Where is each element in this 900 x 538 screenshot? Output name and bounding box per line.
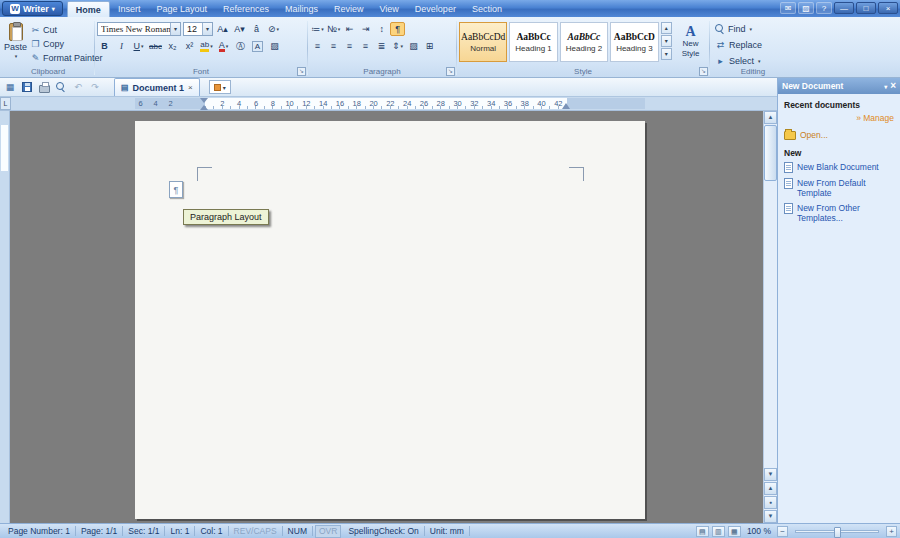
- justify-button[interactable]: ≡: [358, 39, 373, 53]
- new-from-other-templates-link[interactable]: New From Other Templates...: [784, 203, 894, 223]
- overtype-toggle[interactable]: OVR: [315, 525, 341, 538]
- print-button[interactable]: [36, 79, 52, 95]
- tab-home[interactable]: Home: [67, 1, 110, 17]
- style-heading-3[interactable]: AaBbCcD Heading 3: [610, 22, 658, 62]
- document-tab-close-icon[interactable]: ×: [188, 83, 193, 92]
- task-pane-dropdown-icon[interactable]: ▾: [884, 83, 887, 90]
- select-browse-object-button[interactable]: ●: [764, 496, 777, 509]
- tab-mailings[interactable]: Mailings: [277, 1, 326, 17]
- tab-developer[interactable]: Developer: [407, 1, 464, 17]
- font-size-combo[interactable]: 12 ▾: [183, 22, 213, 36]
- align-right-button[interactable]: ≡: [342, 39, 357, 53]
- scrollbar-thumb[interactable]: [764, 125, 777, 181]
- spelling-check-toggle[interactable]: SpellingCheck: On: [343, 526, 424, 536]
- style-normal[interactable]: AaBbCcDd Normal: [459, 22, 507, 62]
- num-lock-toggle[interactable]: NUM: [283, 526, 313, 536]
- style-gallery-more-button[interactable]: ▾: [661, 48, 673, 60]
- new-from-default-template-link[interactable]: New From Default Template: [784, 178, 894, 198]
- show-hide-marks-button[interactable]: ¶: [390, 22, 405, 36]
- tab-page-layout[interactable]: Page Layout: [148, 1, 215, 17]
- paragraph-dialog-launcher[interactable]: ↘: [446, 67, 455, 76]
- grow-font-button[interactable]: A▴: [215, 22, 230, 36]
- zoom-slider[interactable]: [795, 530, 879, 533]
- align-center-button[interactable]: ≡: [326, 39, 341, 53]
- character-border-button[interactable]: A: [250, 39, 265, 53]
- find-button[interactable]: Find ▾: [712, 22, 794, 35]
- style-heading-1[interactable]: AaBbCc Heading 1: [509, 22, 557, 62]
- numbering-button[interactable]: №▾: [326, 22, 341, 36]
- page-layout-view-button[interactable]: ▤: [696, 526, 709, 537]
- save-button[interactable]: [19, 79, 35, 95]
- minimize-button[interactable]: —: [834, 2, 854, 14]
- sort-button[interactable]: ↕: [374, 22, 389, 36]
- tab-references[interactable]: References: [215, 1, 277, 17]
- clear-formatting-button[interactable]: ⊘▾: [266, 22, 281, 36]
- style-dialog-launcher[interactable]: ↘: [699, 67, 708, 76]
- scroll-down-button[interactable]: ▼: [764, 468, 777, 481]
- style-scroll-up-button[interactable]: ▴: [661, 22, 673, 34]
- task-pane-close-icon[interactable]: ×: [890, 81, 896, 91]
- phonetic-guide-button[interactable]: â: [249, 22, 264, 36]
- zoom-out-button[interactable]: −: [777, 526, 788, 537]
- rev-caps-toggle[interactable]: REV/CAPS: [229, 526, 283, 536]
- highlight-color-button[interactable]: ab▾: [199, 39, 214, 53]
- next-page-button[interactable]: ▼: [764, 510, 777, 523]
- shrink-font-button[interactable]: A▾: [232, 22, 247, 36]
- paste-button[interactable]: Paste ▾: [4, 20, 27, 65]
- replace-button[interactable]: ⇄ Replace: [712, 38, 794, 51]
- underline-button[interactable]: U▾: [131, 39, 146, 53]
- new-blank-document-link[interactable]: New Blank Document: [784, 162, 894, 173]
- zoom-in-button[interactable]: +: [886, 526, 897, 537]
- mail-icon[interactable]: ✉: [780, 2, 796, 14]
- decrease-indent-button[interactable]: ⇤: [342, 22, 357, 36]
- tab-section[interactable]: Section: [464, 1, 510, 17]
- tab-insert[interactable]: Insert: [110, 1, 149, 17]
- subscript-button[interactable]: x₂: [165, 39, 180, 53]
- undo-button[interactable]: ↶: [70, 79, 86, 95]
- previous-page-button[interactable]: ▲: [764, 482, 777, 495]
- vertical-scrollbar[interactable]: ▲ ▼ ▲ ● ▼: [763, 111, 777, 523]
- distribute-button[interactable]: ≣: [374, 39, 389, 53]
- enclose-characters-button[interactable]: Ⓐ: [233, 39, 248, 53]
- copy-button[interactable]: ❐ Copy: [29, 38, 104, 50]
- document-tabs-menu-button[interactable]: ▾: [209, 80, 231, 94]
- font-dialog-launcher[interactable]: ↘: [297, 67, 306, 76]
- tab-view[interactable]: View: [372, 1, 407, 17]
- tab-stop-selector[interactable]: L: [0, 97, 11, 110]
- font-color-button[interactable]: A▾: [216, 39, 231, 53]
- line-spacing-button[interactable]: ⇕▾: [390, 39, 405, 53]
- strikethrough-button[interactable]: abc: [148, 39, 163, 53]
- help-icon[interactable]: ?: [816, 2, 832, 14]
- zoom-slider-thumb[interactable]: [834, 527, 841, 538]
- right-indent-marker[interactable]: [562, 101, 571, 109]
- bold-button[interactable]: B: [97, 39, 112, 53]
- web-layout-view-button[interactable]: ▥: [712, 526, 725, 537]
- align-left-button[interactable]: ≡: [310, 39, 325, 53]
- style-scroll-down-button[interactable]: ▾: [661, 35, 673, 47]
- chevron-down-icon[interactable]: ▾: [170, 23, 180, 35]
- font-family-combo[interactable]: Times New Roman ▾: [97, 22, 181, 36]
- writer-menu-button[interactable]: W Writer ▾: [2, 1, 63, 16]
- style-heading-2[interactable]: AaBbCc Heading 2: [560, 22, 608, 62]
- print-preview-button[interactable]: [53, 79, 69, 95]
- maximize-button[interactable]: □: [856, 2, 876, 14]
- bullets-button[interactable]: ≔▾: [310, 22, 325, 36]
- document-page[interactable]: ¶ Paragraph Layout: [135, 121, 645, 519]
- chevron-down-icon[interactable]: ▾: [202, 23, 212, 35]
- left-indent-marker[interactable]: [200, 98, 209, 110]
- redo-button[interactable]: ↷: [87, 79, 103, 95]
- italic-button[interactable]: I: [114, 39, 129, 53]
- paragraph-borders-button[interactable]: ⊞: [422, 39, 437, 53]
- paragraph-shading-button[interactable]: ▨: [406, 39, 421, 53]
- increase-indent-button[interactable]: ⇥: [358, 22, 373, 36]
- format-painter-button[interactable]: ✎ Format Painter: [29, 52, 104, 64]
- tab-review[interactable]: Review: [326, 1, 372, 17]
- character-shading-button[interactable]: ▨: [267, 39, 282, 53]
- document-tab[interactable]: ▤ Document 1 ×: [114, 78, 200, 96]
- paragraph-layout-button[interactable]: ¶: [169, 181, 183, 198]
- open-document-link[interactable]: Open...: [784, 129, 894, 140]
- menu-grid-button[interactable]: ▦: [2, 79, 18, 95]
- outline-view-button[interactable]: ▦: [728, 526, 741, 537]
- new-style-button[interactable]: A New Style: [674, 22, 707, 65]
- cut-button[interactable]: ✂ Cut: [29, 24, 104, 36]
